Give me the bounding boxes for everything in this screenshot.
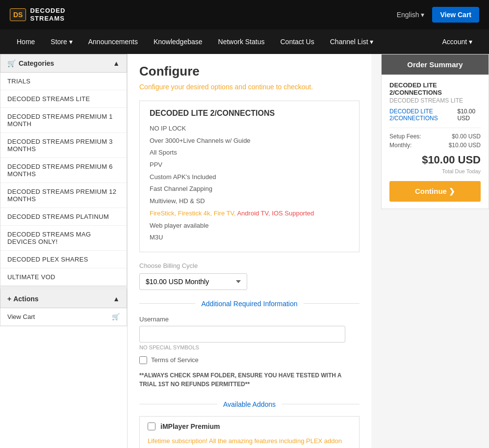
nav-item-announcements[interactable]: Announcements xyxy=(81,31,145,53)
logo-icon: DS xyxy=(10,8,26,21)
nav-item-network-status[interactable]: Network Status xyxy=(211,31,272,53)
order-product-price-label: DECODED LITE 2/CONNECTIONS xyxy=(389,108,458,122)
order-total: $10.00 USD xyxy=(389,154,481,166)
username-input[interactable] xyxy=(139,326,345,343)
order-product-name: DECODED LITE 2/CONNECTIONS xyxy=(389,81,481,96)
tos-label: Terms of Service xyxy=(151,356,199,364)
nav-item-account[interactable]: Account ▾ xyxy=(436,31,479,53)
actions-header[interactable]: + Actions ▲ xyxy=(0,286,127,308)
order-summary-header: Order Summary xyxy=(382,54,489,75)
feature-7: FireStick, Firestick 4k, Fire TV, Androi… xyxy=(150,208,349,220)
actions-menu: View Cart 🛒 xyxy=(0,308,127,326)
content-area: Configure Configure your desired options… xyxy=(128,54,371,448)
billing-select[interactable]: $10.00 USD Monthly xyxy=(139,273,247,290)
sidebar-item-premium-6[interactable]: Decoded Streams Premium 6 Months xyxy=(0,158,127,183)
sidebar-item-vod[interactable]: Ultimate VOD xyxy=(0,268,127,286)
order-product-price-val: $10.00 USD xyxy=(458,108,481,122)
actions-label: Actions xyxy=(13,295,38,303)
product-name: DECODED LITE 2/CONNECTIONS xyxy=(150,109,349,118)
feature-2: All Sports xyxy=(150,147,349,159)
nav-item-store[interactable]: Store ▾ xyxy=(44,31,79,53)
firestick-text: FireStick, Firestick 4k, Fire TV, xyxy=(150,210,237,217)
setup-fee-label: Setup Fees: xyxy=(389,133,421,140)
sidebar-item-plex[interactable]: Decoded Plex Shares xyxy=(0,251,127,268)
username-label: Username xyxy=(139,316,360,323)
username-group: Username NO SPECIAL SYMBOLS xyxy=(139,316,360,350)
product-info-box: DECODED LITE 2/CONNECTIONS NO IP LOCK Ov… xyxy=(139,101,360,252)
logo-text: DECODED STREAMS xyxy=(30,7,65,22)
sidebar-item-view-cart[interactable]: View Cart 🛒 xyxy=(0,308,127,326)
monthly-label: Monthly: xyxy=(389,142,412,149)
page-title: Configure xyxy=(139,64,360,79)
cart-icon-small: 🛒 xyxy=(112,313,120,320)
chevron-up-icon: ▲ xyxy=(113,59,120,67)
feature-0: NO IP LOCK xyxy=(150,123,349,135)
addons-divider: Available Addons xyxy=(139,400,360,408)
feature-5: Fast Channel Zapping xyxy=(150,183,349,195)
nav-bar: Home Store ▾ Announcements Knowledgebase… xyxy=(0,29,489,54)
sidebar-item-trials[interactable]: Trials xyxy=(0,73,127,90)
feature-1: Over 3000+Live Channels w/ Guide xyxy=(150,135,349,147)
sidebar-item-premium-12[interactable]: Decoded Streams Premium 12 Months xyxy=(0,183,127,208)
no-special-symbols-hint: NO SPECIAL SYMBOLS xyxy=(139,344,360,350)
view-cart-button[interactable]: View Cart xyxy=(432,7,479,23)
right-content: Configure Configure your desired options… xyxy=(128,54,489,448)
additional-info-label: Additional Required Information xyxy=(195,300,303,308)
nav-item-channel-list[interactable]: Channel List ▾ xyxy=(323,31,381,53)
categories-label: Categories xyxy=(19,59,54,67)
sidebar-item-premium-1[interactable]: Decoded Streams Premium 1 Month xyxy=(0,108,127,133)
order-product-price-row: DECODED LITE 2/CONNECTIONS $10.00 USD xyxy=(389,108,481,122)
language-button[interactable]: English ▾ xyxy=(397,11,425,19)
feature-4: Custom APK's Included xyxy=(150,171,349,184)
sidebar-item-premium-3[interactable]: Decoded Streams Premium 3 Months xyxy=(0,133,127,158)
order-total-label: Total Due Today xyxy=(389,168,481,174)
spam-notice: **ALWAYS CHECK SPAM FOLDER, ENSURE YOU H… xyxy=(139,371,345,389)
order-summary-body: DECODED LITE 2/CONNECTIONS DECODED STREA… xyxy=(382,75,489,209)
setup-fee-val: $0.00 USD xyxy=(452,133,481,140)
firetv-text: Android TV, IOS Supported xyxy=(237,210,314,217)
categories-header[interactable]: 🛒 Categories ▲ xyxy=(0,54,127,73)
addon-header: iMPlayer Premium xyxy=(140,417,359,436)
logo: DS DECODED STREAMS xyxy=(10,7,65,22)
addon-box: iMPlayer Premium Lifetime subscription! … xyxy=(139,416,360,448)
nav-item-contact-us[interactable]: Contact Us xyxy=(273,31,321,53)
feature-9: M3U xyxy=(150,232,349,244)
sidebar-item-platinum[interactable]: Decoded Streams Platinum xyxy=(0,208,127,226)
order-summary-box: Order Summary DECODED LITE 2/CONNECTIONS… xyxy=(381,54,489,209)
billing-label: Choose Billing Cycle xyxy=(139,262,360,269)
categories-menu: Trials Decoded Streams Lite Decoded Stre… xyxy=(0,73,127,286)
monthly-val: $10.00 USD xyxy=(449,142,481,149)
monthly-fee-row: Monthly: $10.00 USD xyxy=(389,142,481,149)
sidebar-item-lite[interactable]: Decoded Streams Lite xyxy=(0,90,127,108)
order-product-sub: DECODED STREAMS LITE xyxy=(389,97,481,104)
view-cart-label: View Cart xyxy=(7,313,35,320)
feature-6: Multiview, HD & SD xyxy=(150,195,349,208)
nav-item-home[interactable]: Home xyxy=(10,31,42,53)
product-features: NO IP LOCK Over 3000+Live Channels w/ Gu… xyxy=(150,123,349,244)
setup-fee-row: Setup Fees: $0.00 USD xyxy=(389,133,481,140)
order-fees: Setup Fees: $0.00 USD Monthly: $10.00 US… xyxy=(389,128,481,149)
chevron-up-icon-actions: ▲ xyxy=(113,295,120,303)
addon-description: Lifetime subscription! All the amazing f… xyxy=(140,436,359,448)
additional-info-divider: Additional Required Information xyxy=(139,300,360,308)
top-bar-right: English ▾ View Cart xyxy=(397,7,479,23)
feature-8: Web player available xyxy=(150,220,349,232)
addon-checkbox[interactable] xyxy=(148,422,155,430)
feature-3: PPV xyxy=(150,159,349,171)
tos-row: Terms of Service xyxy=(139,356,360,364)
continue-button[interactable]: Continue ❯ xyxy=(389,181,481,202)
addon-name: iMPlayer Premium xyxy=(160,422,220,430)
cart-icon: 🛒 xyxy=(7,59,16,67)
nav-item-knowledgebase[interactable]: Knowledgebase xyxy=(147,31,209,53)
plus-icon: + xyxy=(7,295,11,303)
order-summary: Order Summary DECODED LITE 2/CONNECTIONS… xyxy=(371,54,489,448)
main-layout: 🛒 Categories ▲ Trials Decoded Streams Li… xyxy=(0,54,489,448)
tos-checkbox[interactable] xyxy=(139,356,147,364)
top-bar: DS DECODED STREAMS English ▾ View Cart xyxy=(0,0,489,29)
addons-label: Available Addons xyxy=(217,400,282,408)
sidebar-item-mag[interactable]: Decoded Streams Mag Devices Only! xyxy=(0,226,127,251)
sidebar: 🛒 Categories ▲ Trials Decoded Streams Li… xyxy=(0,54,128,448)
page-subtitle: Configure your desired options and conti… xyxy=(139,83,360,91)
billing-section: Choose Billing Cycle $10.00 USD Monthly xyxy=(139,262,360,290)
